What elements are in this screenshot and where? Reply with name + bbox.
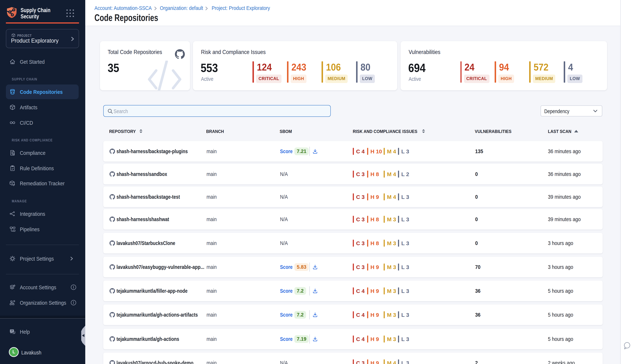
- svg-text:?: ?: [11, 329, 13, 332]
